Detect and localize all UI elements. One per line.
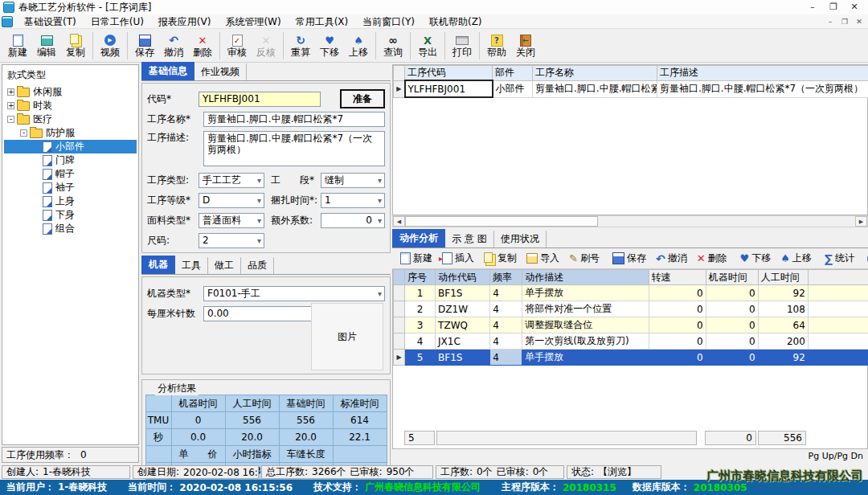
folder-icon <box>17 115 30 125</box>
tree-item-fashion[interactable]: + 时装 <box>4 99 137 112</box>
process-table-row[interactable]: ▶ YLFHFBJ001 小部件 剪量袖口.脚口.中腰.帽口松紧*7 剪量袖口.… <box>394 80 868 97</box>
motion-row[interactable]: 2 DZ1W 4 将部件对准一个位置 0 0 108 <box>394 301 868 317</box>
size-select[interactable]: 2 <box>199 233 264 248</box>
motion-move-up-button[interactable]: 上移 <box>776 250 817 268</box>
menu-current-window[interactable]: 当前窗口(Y) <box>355 14 422 29</box>
motion-delete-button[interactable]: 删除 <box>692 250 732 268</box>
tree-item-hat[interactable]: 帽子 <box>4 167 137 181</box>
machine-type-select[interactable]: F0101-手工 <box>203 286 385 301</box>
tab-quality[interactable]: 品质 <box>241 257 274 274</box>
motion-import-button[interactable]: 导入 <box>522 250 564 268</box>
audit-button[interactable]: 审核 <box>223 30 252 62</box>
mdi-restore-icon[interactable]: ❐ <box>837 15 852 28</box>
save-button[interactable]: 保存 <box>130 30 159 62</box>
machine-picture-box[interactable]: 图片 <box>311 303 383 370</box>
move-up-button[interactable]: 上移 <box>344 30 373 62</box>
tree-item-placket[interactable]: 门牌 <box>4 153 137 167</box>
edit-button[interactable]: 编辑 <box>32 30 61 62</box>
undo-button[interactable]: 撤消 <box>159 30 188 62</box>
motion-new-button[interactable]: 新建 <box>395 250 437 268</box>
expand-icon[interactable]: + <box>7 88 14 96</box>
menu-system-admin[interactable]: 系统管理(W) <box>218 14 288 29</box>
copy-button[interactable]: 复制 <box>61 30 90 62</box>
menu-daily-work[interactable]: 日常工作(U) <box>84 14 151 29</box>
tab-usage-status[interactable]: 使用状况 <box>494 231 547 248</box>
motion-move-down-button[interactable]: 下移 <box>735 250 776 268</box>
menu-basic-settings[interactable]: 基础设置(T) <box>17 14 84 29</box>
stage-select[interactable]: 缝制 <box>321 173 385 188</box>
code-input[interactable]: YLFHFBJ001 <box>199 92 321 107</box>
motion-row-selected[interactable]: ▶ 5 BF1S 4 单手摆放 0 0 92 <box>394 350 868 366</box>
tree-item-casualwear[interactable]: + 休闲服 <box>4 85 137 99</box>
help-button[interactable]: 帮助 <box>482 30 511 62</box>
motion-grid-area: 序号 动作代码 频率 动作描述 转速 机器时间 人工时间 1 BF1S 4 单手… <box>392 269 868 449</box>
menu-common-tools[interactable]: 常用工具(X) <box>289 14 356 29</box>
expand-icon[interactable]: - <box>20 129 27 137</box>
fabric-type-select[interactable]: 普通面料 <box>199 213 264 228</box>
expand-icon[interactable]: - <box>7 116 14 123</box>
stitch-per-cm-input[interactable]: 0.00 <box>203 306 322 321</box>
motion-header-row: 序号 动作代码 频率 动作描述 转速 机器时间 人工时间 <box>394 270 868 285</box>
scrollbar-thumb[interactable] <box>405 216 598 227</box>
recalculate-button[interactable]: 重算 <box>286 30 315 62</box>
motion-undo-button[interactable]: 撤消 <box>651 250 692 268</box>
motion-video-button[interactable] <box>862 250 868 268</box>
video-button[interactable]: 视频 <box>96 30 125 62</box>
tree-item-lower-body[interactable]: 下身 <box>4 208 137 222</box>
motion-copy-button[interactable]: 复制 <box>479 250 522 268</box>
motion-save-button[interactable]: 保存 <box>608 250 651 268</box>
motion-row[interactable]: 1 BF1S 4 单手摆放 0 0 92 <box>394 285 868 301</box>
search-button[interactable]: 查询 <box>379 30 407 62</box>
tab-workmanship[interactable]: 做工 <box>208 257 241 274</box>
menu-reports[interactable]: 报表应用(V) <box>151 14 219 29</box>
move-down-button[interactable]: 下移 <box>315 30 344 62</box>
tab-tools[interactable]: 工具 <box>175 257 208 274</box>
expand-icon[interactable]: + <box>7 102 14 109</box>
toolbar-separator <box>127 32 128 59</box>
process-table-hscrollbar[interactable]: ◀ ▶ <box>392 215 868 227</box>
tree-item-sleeve[interactable]: 袖子 <box>4 181 137 194</box>
extra-factor-select[interactable]: 0 <box>321 213 385 228</box>
bundle-time-select[interactable]: 1 <box>321 193 385 208</box>
new-document-icon <box>13 35 23 47</box>
machine-tabs: 机器 工具 做工 品质 <box>141 258 391 275</box>
folder-icon <box>17 88 30 97</box>
export-button[interactable]: 导出 <box>413 30 442 62</box>
motion-row[interactable]: 3 TZWQ 4 调整握取缝合位 0 0 64 <box>394 317 868 333</box>
process-type-select[interactable]: 手工工艺 <box>199 173 264 188</box>
tree-item-small-parts[interactable]: 小部件 <box>4 140 137 153</box>
tab-work-video[interactable]: 作业视频 <box>194 63 247 80</box>
tab-basic-info[interactable]: 基础信息 <box>141 62 194 80</box>
print-button[interactable]: 打印 <box>448 30 477 62</box>
minimize-icon[interactable]: – <box>802 1 823 14</box>
motion-insert-button[interactable]: 插入 <box>437 250 479 268</box>
motion-row[interactable]: 4 JX1C 4 第一次剪线(取及放剪刀) 0 0 200 <box>394 333 868 350</box>
scroll-left-icon[interactable]: ◀ <box>393 216 405 227</box>
new-button[interactable]: 新建 <box>3 30 32 62</box>
scroll-right-icon[interactable]: ▶ <box>855 216 867 227</box>
close-button[interactable]: 关闭 <box>511 30 540 62</box>
process-desc-textarea[interactable]: 剪量袖口.脚口.中腰.帽口松紧*7（一次剪两根） <box>203 131 385 166</box>
tree-item-combination[interactable]: 组合 <box>4 222 137 235</box>
delete-button[interactable]: 删除 <box>188 30 217 62</box>
process-table-area: 工序代码 部件 工序名称 工序描述 ▶ YLFHFBJ001 小部件 剪量袖口.… <box>392 64 868 215</box>
tab-machine[interactable]: 机器 <box>141 256 175 274</box>
tab-schematic[interactable]: 示 意 图 <box>445 231 494 248</box>
restore-icon[interactable]: ❐ <box>823 1 844 14</box>
mdi-minimize-icon[interactable]: – <box>823 15 837 28</box>
size-label: 尺码: <box>147 234 199 248</box>
process-name-input[interactable]: 剪量袖口.脚口.中腰.帽口松紧*7 <box>203 112 385 127</box>
tree-item-upper-body[interactable]: 上身 <box>4 194 137 208</box>
close-window-icon[interactable]: ✕ <box>844 1 865 14</box>
grade-select[interactable]: D <box>199 193 264 208</box>
tree-item-protective-suit[interactable]: - 防护服 <box>4 126 137 140</box>
motion-renumber-button[interactable]: 刷号 <box>564 250 604 268</box>
mdi-close-icon[interactable]: ✕ <box>852 15 866 28</box>
process-detail-panel: 基础信息 作业视频 代码* YLFHFBJ001 准备 工序名称* 剪量袖口.脚… <box>141 64 391 464</box>
process-table: 工序代码 部件 工序名称 工序描述 ▶ YLFHFBJ001 小部件 剪量袖口.… <box>393 65 868 98</box>
motion-statistics-button[interactable]: 统计 <box>820 250 859 268</box>
tree-item-medical[interactable]: - 医疗 <box>4 112 137 126</box>
menu-online-help[interactable]: 联机帮助(Z) <box>422 14 489 29</box>
ready-button[interactable]: 准备 <box>340 89 385 108</box>
tab-motion-analysis[interactable]: 动作分析 <box>392 229 445 248</box>
